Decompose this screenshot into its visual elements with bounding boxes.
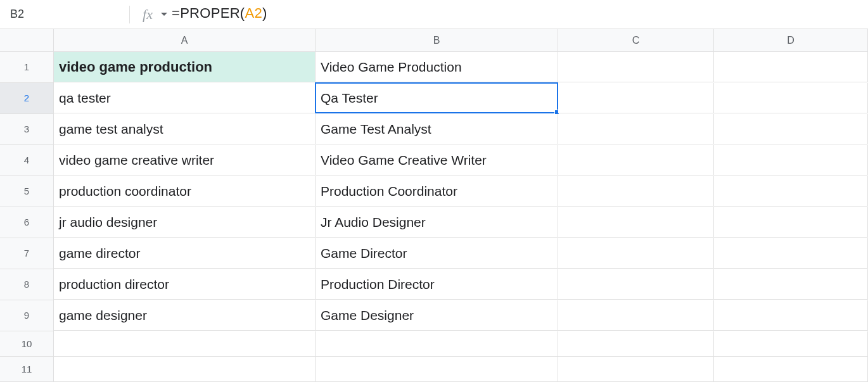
col-header-B[interactable]: B (316, 29, 558, 52)
row-header-11[interactable]: 11 (0, 357, 54, 382)
cell-C2[interactable] (558, 83, 714, 113)
col-header-A[interactable]: A (54, 29, 316, 52)
formula-ref: A2 (245, 5, 263, 21)
cell-B10[interactable] (316, 331, 558, 357)
cell-A3[interactable]: game test analyst (54, 114, 316, 144)
row-header-4[interactable]: 4 (0, 145, 54, 176)
cell-D5[interactable] (714, 176, 868, 207)
cell-D10[interactable] (714, 331, 868, 357)
row-header-1[interactable]: 1 (0, 52, 54, 83)
row-header-8[interactable]: 8 (0, 269, 54, 300)
cell-C5[interactable] (558, 176, 714, 207)
cell-D1[interactable] (714, 52, 868, 82)
cell-C10[interactable] (558, 331, 714, 357)
row-header-6[interactable]: 6 (0, 207, 54, 238)
row-header-9[interactable]: 9 (0, 300, 54, 331)
name-box-wrap[interactable] (5, 5, 125, 24)
cell-B1[interactable]: Video Game Production (316, 52, 558, 82)
formula-close-paren: ) (262, 5, 267, 21)
col-header-D[interactable]: D (714, 29, 868, 52)
separator (129, 6, 130, 23)
cell-D3[interactable] (714, 114, 868, 144)
cell-C3[interactable] (558, 114, 714, 144)
cell-B5[interactable]: Production Coordinator (316, 176, 558, 207)
cell-A2[interactable]: qa tester (54, 83, 316, 113)
cell-C9[interactable] (558, 300, 714, 331)
cell-A10[interactable] (54, 331, 316, 357)
cell-A5[interactable]: production coordinator (54, 176, 316, 207)
row-header-2[interactable]: 2 (0, 83, 54, 114)
formula-input[interactable]: =PROPER(A2) (162, 5, 863, 24)
formula-prefix: =PROPER (172, 5, 240, 21)
cell-A9[interactable]: game designer (54, 300, 316, 331)
row-header-5[interactable]: 5 (0, 176, 54, 207)
cell-A4[interactable]: video game creative writer (54, 145, 316, 175)
cell-D11[interactable] (714, 357, 868, 382)
row-header-7[interactable]: 7 (0, 238, 54, 269)
cell-D4[interactable] (714, 145, 868, 175)
cell-A6[interactable]: jr audio designer (54, 207, 316, 238)
formula-bar: fx =PROPER(A2) (0, 0, 868, 29)
spreadsheet-grid[interactable]: A B C D 1 video game production Video Ga… (0, 29, 868, 382)
cell-C11[interactable] (558, 357, 714, 382)
fx-icon: fx (134, 6, 162, 23)
cell-A11[interactable] (54, 357, 316, 382)
formula-open-paren: ( (240, 5, 245, 21)
cell-C7[interactable] (558, 238, 714, 269)
cell-B6[interactable]: Jr Audio Designer (316, 207, 558, 238)
cell-A1[interactable]: video game production (54, 52, 316, 82)
cell-D8[interactable] (714, 269, 868, 300)
cell-B9[interactable]: Game Designer (316, 300, 558, 331)
cell-B7[interactable]: Game Director (316, 238, 558, 269)
col-header-C[interactable]: C (558, 29, 714, 52)
cell-B2[interactable]: Qa Tester (316, 83, 558, 113)
cell-C1[interactable] (558, 52, 714, 82)
cell-D7[interactable] (714, 238, 868, 269)
cell-B3[interactable]: Game Test Analyst (316, 114, 558, 144)
cell-D2[interactable] (714, 83, 868, 113)
cell-C6[interactable] (558, 207, 714, 238)
cell-D6[interactable] (714, 207, 868, 238)
cell-D9[interactable] (714, 300, 868, 331)
cell-B11[interactable] (316, 357, 558, 382)
row-header-3[interactable]: 3 (0, 114, 54, 145)
cell-C4[interactable] (558, 145, 714, 175)
cell-C8[interactable] (558, 269, 714, 300)
cell-B8[interactable]: Production Director (316, 269, 558, 300)
cell-A8[interactable]: production director (54, 269, 316, 300)
select-all-corner[interactable] (0, 29, 54, 52)
cell-B2-value: Qa Tester (321, 91, 378, 105)
cell-A7[interactable]: game director (54, 238, 316, 269)
row-header-10[interactable]: 10 (0, 331, 54, 357)
cell-B4[interactable]: Video Game Creative Writer (316, 145, 558, 175)
